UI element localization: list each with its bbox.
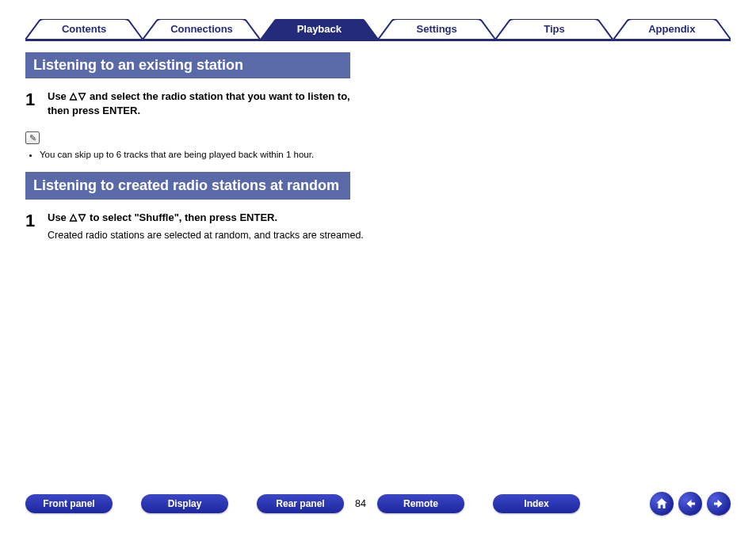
step-instruction: Use to select "Shuffle", then press ENTE… <box>48 211 364 225</box>
step-text-after: and select the radio station that you wa… <box>48 90 350 116</box>
tab-label: Contents <box>62 23 106 35</box>
tab-label: Playback <box>297 23 342 35</box>
footer-nav: Front panel Display Rear panel 84 Remote… <box>0 492 756 516</box>
tab-label: Connections <box>170 23 233 35</box>
note-item: You can skip up to 6 tracks that are bei… <box>40 149 374 161</box>
note-list: You can skip up to 6 tracks that are bei… <box>25 149 374 161</box>
note-pencil-icon: ✎ <box>25 131 40 144</box>
tab-connections[interactable]: Connections <box>143 19 260 40</box>
triangle-up-icon <box>69 214 78 222</box>
index-button[interactable]: Index <box>493 494 580 513</box>
display-button[interactable]: Display <box>141 494 228 513</box>
button-label: Front panel <box>43 498 94 509</box>
tab-settings[interactable]: Settings <box>378 19 495 40</box>
step-1-random: 1 Use to select "Shuffle", then press EN… <box>25 211 374 242</box>
triangle-down-icon <box>78 93 86 101</box>
step-text-before: Use <box>48 211 69 223</box>
step-number: 1 <box>25 89 48 117</box>
remote-button[interactable]: Remote <box>377 494 464 513</box>
rear-panel-button[interactable]: Rear panel <box>257 494 344 513</box>
section-header-random: Listening to created radio stations at r… <box>25 172 350 200</box>
tab-playback[interactable]: Playback <box>261 19 378 40</box>
pencil-glyph: ✎ <box>29 133 36 143</box>
tab-label: Settings <box>417 23 457 35</box>
triangle-down-icon <box>78 214 86 222</box>
button-label: Rear panel <box>276 498 324 509</box>
step-1-existing: 1 Use and select the radio station that … <box>25 89 374 117</box>
top-nav-tabs: Contents Connections Playback Settings T… <box>25 19 731 41</box>
tab-tips[interactable]: Tips <box>495 19 613 40</box>
triangle-up-icon <box>69 93 78 101</box>
step-number: 1 <box>25 211 48 242</box>
home-button[interactable] <box>650 492 674 516</box>
section-header-existing-station: Listening to an existing station <box>25 52 350 78</box>
step-instruction: Use and select the radio station that yo… <box>48 89 374 117</box>
prev-page-button[interactable] <box>678 492 702 516</box>
arrow-right-icon <box>712 497 726 511</box>
arrow-left-icon <box>683 497 697 511</box>
step-subtext: Created radio stations are selected at r… <box>48 229 364 242</box>
page-nav-icons <box>650 492 731 516</box>
home-icon <box>655 497 669 511</box>
page-number: 84 <box>344 498 377 509</box>
button-label: Index <box>524 498 548 509</box>
tab-label: Tips <box>544 23 565 35</box>
button-label: Remote <box>403 498 438 509</box>
next-page-button[interactable] <box>707 492 731 516</box>
step-text-after: to select "Shuffle", then press ENTER. <box>86 211 277 223</box>
front-panel-button[interactable]: Front panel <box>25 494 113 513</box>
tab-label: Appendix <box>648 23 695 35</box>
tab-contents[interactable]: Contents <box>25 19 143 40</box>
button-label: Display <box>168 498 202 509</box>
step-text-before: Use <box>48 90 69 102</box>
manual-page: Contents Connections Playback Settings T… <box>0 0 756 533</box>
tab-appendix[interactable]: Appendix <box>613 19 731 40</box>
